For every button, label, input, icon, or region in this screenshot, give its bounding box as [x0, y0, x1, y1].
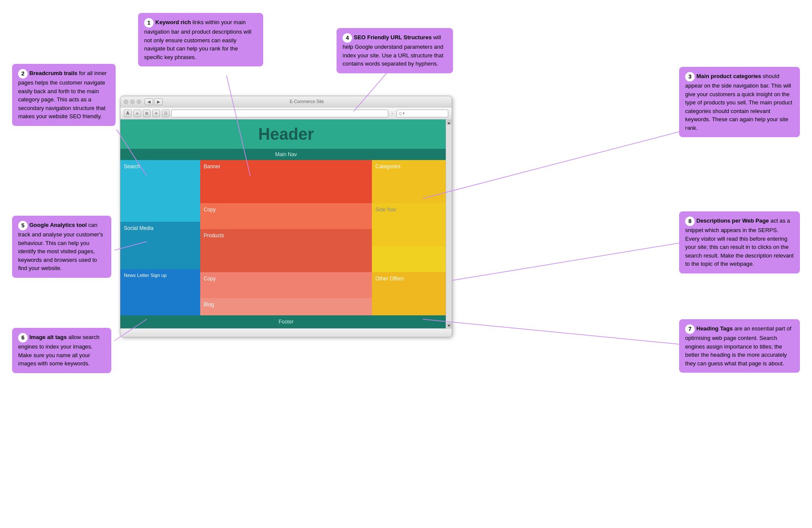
- site-copy1: Copy: [200, 203, 372, 229]
- ann3-number: 3: [685, 72, 695, 82]
- svg-line-7: [452, 242, 688, 280]
- annotation-4: 4SEO Friendly URL Structures will help G…: [337, 28, 453, 73]
- site-newsletter: News Letter Sign up: [120, 269, 200, 315]
- browser-nav-btns: ◀ ▶: [145, 98, 163, 105]
- browser-window: ◀ ▶ E-Commerce Site A A ⚙ + ☷ - Q▼ Heade…: [120, 96, 452, 337]
- site-banner: Banner: [200, 160, 372, 203]
- grid-btn[interactable]: ☷: [162, 110, 170, 117]
- annotation-1: 1Keyword rich links within your main nav…: [138, 13, 263, 66]
- site-yellow2: [372, 246, 452, 272]
- site-categories: Categories: [372, 160, 452, 203]
- font-btn-a1[interactable]: A: [124, 110, 132, 117]
- site-products: Products: [200, 229, 372, 272]
- ann5-number: 5: [18, 221, 28, 230]
- ann5-rest: can track and analyse your customer's be…: [18, 222, 103, 271]
- svg-line-2: [423, 129, 688, 198]
- search-bar[interactable]: Q▼: [397, 110, 448, 117]
- ann8-number: 8: [685, 217, 695, 226]
- site-sidenav: Side Nav: [372, 203, 452, 246]
- site-right-col: Categories Side Nav Other Offers: [372, 160, 452, 315]
- site-social-media: Social Media: [120, 222, 200, 269]
- ann3-bold: Main product categories: [696, 73, 761, 79]
- ann2-bold: Breadcrumb trails: [29, 70, 77, 76]
- font-btn-a2[interactable]: A: [133, 110, 141, 117]
- site-mainnav-text: Main Nav: [275, 151, 297, 157]
- browser-dots: [124, 100, 141, 104]
- ann6-bold: Image alt tags: [29, 334, 67, 340]
- ann5-bold: Google Analytics tool: [29, 222, 87, 228]
- site-header-text: Header: [258, 125, 314, 144]
- site-copy2: Copy: [200, 272, 372, 298]
- scrollbar-up-btn[interactable]: ▲: [447, 120, 451, 125]
- annotation-3: 3Main product categories should appear o…: [679, 67, 800, 137]
- browser-dot-red: [124, 100, 128, 104]
- browser-dot-green: [137, 100, 141, 104]
- ann4-number: 4: [343, 33, 352, 43]
- svg-line-6: [423, 319, 688, 345]
- site-blog: Blog: [200, 298, 372, 315]
- browser-toolbar: A A ⚙ + ☷ - Q▼: [120, 107, 452, 119]
- site-main-col: Banner Copy Products Copy Blog: [200, 160, 372, 315]
- annotation-6: 6Image alt tags allow search engines to …: [12, 328, 111, 373]
- ann4-bold: SEO Friendly URL Structures: [354, 34, 431, 41]
- site-other-offers: Other Offers: [372, 272, 452, 315]
- browser-content: Header Main Nav Search Social Media News…: [120, 119, 452, 328]
- minus-btn: -: [392, 111, 393, 116]
- back-btn[interactable]: ◀: [145, 98, 153, 105]
- browser-title: E-Commerce Site: [165, 99, 448, 104]
- ann7-bold: Heading Tags: [696, 325, 733, 332]
- ann8-bold: Descriptions per Web Page: [696, 217, 769, 224]
- annotation-8: 8Descriptions per Web Page act as a snip…: [679, 211, 800, 273]
- annotation-7: 7Heading Tags are an essential part of o…: [679, 319, 800, 373]
- address-bar[interactable]: [171, 110, 388, 117]
- annotation-2: 2Breadcrumb trails for all inner pages h…: [12, 64, 116, 126]
- browser-dot-yellow: [130, 100, 135, 104]
- site-search-box: Search: [120, 160, 200, 222]
- browser-status-bar: [120, 328, 452, 337]
- scrollbar-down-btn[interactable]: ▼: [447, 323, 451, 327]
- site-body: Search Social Media News Letter Sign up …: [120, 160, 452, 315]
- browser-titlebar: ◀ ▶ E-Commerce Site: [120, 96, 452, 107]
- ann2-number: 2: [18, 69, 28, 79]
- ann1-bold: Keyword rich: [155, 19, 191, 25]
- ann7-number: 7: [685, 324, 695, 334]
- site-footer: Footer: [120, 315, 452, 328]
- plus-btn[interactable]: +: [152, 110, 160, 117]
- forward-btn[interactable]: ▶: [154, 98, 163, 105]
- ann8-rest: act as a snippet which appears in the SE…: [685, 217, 793, 267]
- annotation-5: 5Google Analytics tool can track and ana…: [12, 216, 111, 278]
- ann6-number: 6: [18, 333, 28, 343]
- site-mainnav: Main Nav: [120, 149, 452, 160]
- wrench-btn[interactable]: ⚙: [143, 110, 151, 117]
- ann3-rest: should appear on the side navigation bar…: [685, 73, 792, 131]
- site-left-col: Search Social Media News Letter Sign up: [120, 160, 200, 315]
- site-header: Header: [120, 119, 452, 149]
- browser-scrollbar[interactable]: ▲ ▼: [446, 119, 452, 328]
- ann1-number: 1: [144, 18, 154, 28]
- site-footer-text: Footer: [279, 319, 294, 325]
- ann2-rest: for all inner pages helps the customer n…: [18, 70, 107, 119]
